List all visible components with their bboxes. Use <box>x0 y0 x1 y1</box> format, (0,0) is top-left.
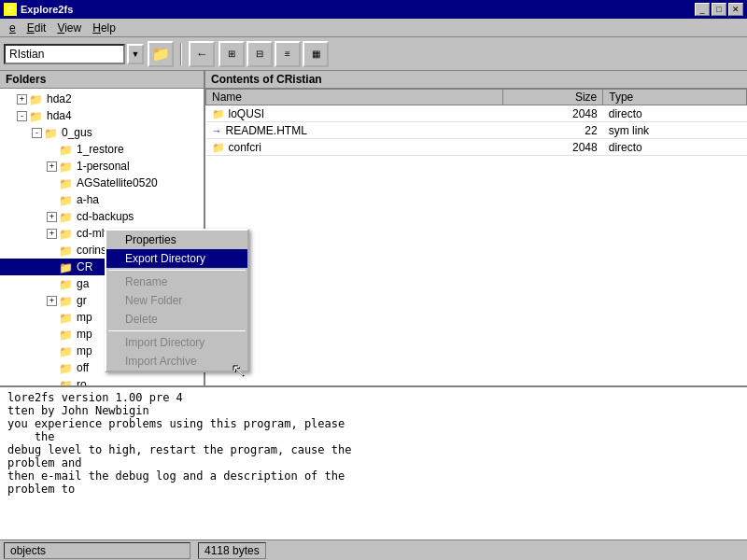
ctx-separator-2 <box>108 330 246 331</box>
folder-icon-1restore: 📁 <box>59 144 74 155</box>
menu-view[interactable]: View <box>51 21 87 35</box>
expand-icon-1personal[interactable]: + <box>47 161 57 172</box>
ctx-delete[interactable]: Delete <box>106 310 247 329</box>
file-name-readme: →README.HTML <box>206 122 503 139</box>
folder-icon-ro: 📁 <box>59 379 74 385</box>
detail-button[interactable]: ▦ <box>303 41 329 67</box>
folder-icon-ga: 📁 <box>59 278 74 289</box>
window-controls: _ □ ✕ <box>695 3 743 16</box>
menu-help[interactable]: Help <box>87 21 121 35</box>
col-header-name[interactable]: Name <box>206 90 503 105</box>
folder-icon-1personal: 📁 <box>59 161 74 172</box>
tree-item-cd-backups[interactable]: + 📁 cd-backups <box>0 208 204 225</box>
tree-item-1restore[interactable]: 📁 1_restore <box>0 141 204 158</box>
list-button[interactable]: ≡ <box>275 41 301 67</box>
log-line-4: the <box>7 430 740 443</box>
drive-combo-input[interactable] <box>4 44 125 64</box>
contents-table: Name Size Type 📁loQUSI 2048 directo →REA… <box>205 89 747 385</box>
expand-icon-hda2[interactable]: + <box>17 94 27 105</box>
status-objects: objects <box>4 542 190 559</box>
log-line-7: then e-mail the debug log and a descript… <box>7 469 740 483</box>
expand-icon-hda4[interactable]: - <box>17 111 27 121</box>
col-header-type[interactable]: Type <box>603 90 747 105</box>
folder-icon-mp2: 📁 <box>59 329 74 340</box>
ctx-properties[interactable]: Properties <box>106 231 247 249</box>
right-panel: Contents of CRistian Name Size Type 📁loQ… <box>205 71 747 385</box>
folder-icon-hda2: 📁 <box>29 93 44 105</box>
small-icons-button[interactable]: ⊟ <box>247 41 273 67</box>
ctx-export-directory[interactable]: Export Directory <box>106 249 247 268</box>
tree-item-a-ha[interactable]: 📁 a-ha <box>0 191 204 208</box>
file-size-loqusi: 2048 <box>502 105 603 122</box>
tree-item-agssatellite[interactable]: 📁 AGSatellite0520 <box>0 175 204 191</box>
folder-icon-agssatellite: 📁 <box>59 177 74 189</box>
up-folder-button[interactable]: 📁 <box>148 41 174 67</box>
view-buttons: ⊞ ⊟ ≡ ▦ <box>218 41 329 67</box>
folder-icon-cristian: 📁 <box>59 261 74 273</box>
log-panel: lore2fs version 1.00 pre 4 tten by John … <box>0 385 747 539</box>
expand-icon-0gus[interactable]: - <box>32 128 42 138</box>
folder-icon-gr: 📁 <box>59 295 74 306</box>
ctx-new-folder[interactable]: New Folder <box>106 291 247 310</box>
tree-item-1personal[interactable]: + 📁 1-personal <box>0 158 204 175</box>
file-name-loqusi: 📁loQUSI <box>206 105 503 122</box>
title-bar-title: E Explore2fs <box>4 3 73 16</box>
app-icon: E <box>4 3 17 16</box>
folders-header: Folders <box>0 71 204 89</box>
file-size-confcri: 2048 <box>502 139 603 156</box>
log-line-6: problem and <box>7 456 740 469</box>
contents-header: Contents of CRistian <box>205 71 747 89</box>
status-bytes: 4118 bytes <box>198 542 266 559</box>
minimize-button[interactable]: _ <box>695 3 710 16</box>
expand-icon-cdbackups[interactable]: + <box>47 212 57 222</box>
menu-edit[interactable]: Edit <box>21 21 52 35</box>
table-row[interactable]: 📁confcri 2048 directo <box>206 139 747 156</box>
file-type-confcri: directo <box>603 139 747 156</box>
file-type-readme: sym link <box>603 122 747 139</box>
drive-combo-arrow[interactable]: ▼ <box>127 44 144 64</box>
close-button[interactable]: ✕ <box>728 3 743 16</box>
ctx-rename[interactable]: Rename <box>106 273 247 291</box>
folder-icon-off: 📁 <box>59 362 74 373</box>
toolbar: ▼ 📁 ← ⊞ ⊟ ≡ ▦ <box>0 37 747 71</box>
ctx-separator-1 <box>108 270 246 271</box>
log-line-1: lore2fs version 1.00 pre 4 <box>7 391 740 404</box>
folder-icon-a-ha: 📁 <box>59 194 74 205</box>
file-size-readme: 22 <box>502 122 603 139</box>
table-row[interactable]: 📁loQUSI 2048 directo <box>206 105 747 122</box>
drive-selector: ▼ <box>4 44 144 64</box>
menu-bar: e Edit View Help <box>0 19 747 37</box>
menu-file[interactable]: e <box>4 21 21 35</box>
ctx-import-archive[interactable]: Import Archive <box>106 352 247 371</box>
col-header-size[interactable]: Size <box>502 90 603 105</box>
back-button[interactable]: ← <box>189 41 215 67</box>
tree-item-0gus[interactable]: - 📁 0_gus <box>0 124 204 141</box>
folder-icon-cdbackups: 📁 <box>59 211 74 222</box>
expand-icon-gr[interactable]: + <box>47 296 57 306</box>
maximize-button[interactable]: □ <box>712 3 726 16</box>
tree-item-hda2[interactable]: + 📁 hda2 <box>0 91 204 107</box>
toolbar-separator-1 <box>180 43 182 65</box>
expand-icon-cdmltp[interactable]: + <box>47 229 57 239</box>
title-bar: E Explore2fs _ □ ✕ <box>0 0 747 19</box>
folder-icon-hda4: 📁 <box>29 110 44 121</box>
log-line-3: you experience problems using this progr… <box>7 417 740 430</box>
file-name-confcri: 📁confcri <box>206 139 503 156</box>
status-bar: objects 4118 bytes <box>0 539 747 560</box>
folder-icon-0gus: 📁 <box>44 127 59 138</box>
context-menu: Properties Export Directory Rename New F… <box>105 229 249 372</box>
file-type-loqusi: directo <box>603 105 747 122</box>
large-icons-button[interactable]: ⊞ <box>218 41 245 67</box>
log-line-2: tten by John Newbigin <box>7 404 740 417</box>
folder-icon-corinst: 📁 <box>59 245 74 256</box>
log-line-5: debug level to high, restart the program… <box>7 443 740 456</box>
tree-item-ro[interactable]: 📁 ro <box>0 376 204 385</box>
folder-icon-mp1: 📁 <box>59 312 74 323</box>
ctx-import-directory[interactable]: Import Directory <box>106 333 247 352</box>
folder-icon-mp3: 📁 <box>59 345 74 357</box>
table-row[interactable]: →README.HTML 22 sym link <box>206 122 747 139</box>
log-line-8: problem to <box>7 483 740 496</box>
tree-item-hda4[interactable]: - 📁 hda4 <box>0 107 204 124</box>
folder-icon-cdmltp: 📁 <box>59 228 74 239</box>
